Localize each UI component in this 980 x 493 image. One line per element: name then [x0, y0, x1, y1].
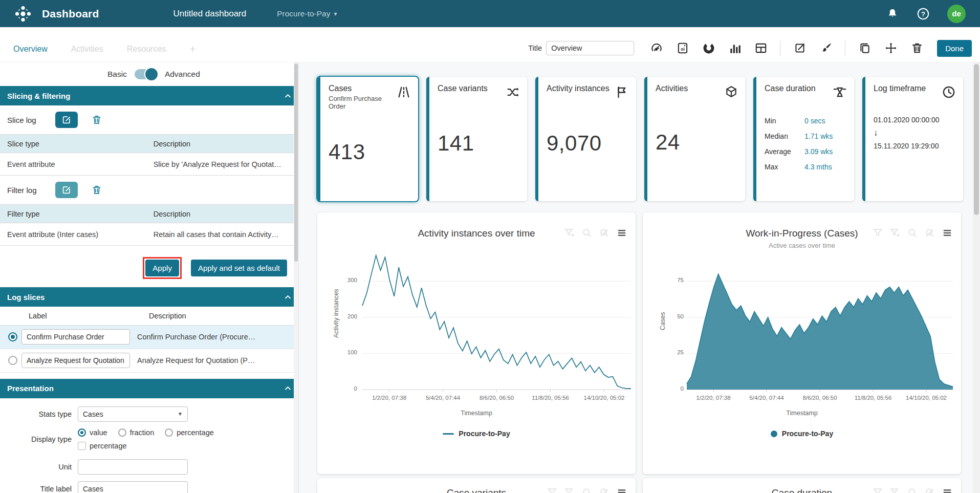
donut-chart-widget-icon[interactable]: [702, 41, 715, 55]
filter-log-delete-button[interactable]: [91, 184, 102, 196]
done-button[interactable]: Done: [937, 40, 972, 57]
tab-overview[interactable]: Overview: [13, 45, 48, 54]
stat-card-case-duration[interactable]: Case duration Min 0 secs Median 1.71 wks…: [753, 77, 854, 201]
log-slice-row[interactable]: Confirm Purchase Order (Procure…: [0, 326, 298, 349]
zoom-icon[interactable]: [906, 486, 918, 493]
stats-type-select[interactable]: Cases ▼: [78, 406, 188, 422]
plot-area[interactable]: [687, 260, 953, 390]
filter-clear-icon[interactable]: [889, 227, 901, 239]
tab-activities[interactable]: Activities: [71, 45, 103, 54]
chart-case-duration[interactable]: Case duration: [643, 478, 961, 493]
slice-type-header: Slice type: [0, 135, 146, 153]
filter-log-edit-button[interactable]: [55, 182, 78, 198]
filter-icon[interactable]: [872, 227, 883, 239]
delete-widget-icon[interactable]: [910, 41, 924, 55]
zoom-reset-icon[interactable]: [598, 486, 610, 493]
basic-advanced-toggle[interactable]: [135, 69, 157, 79]
log-slice-label-input[interactable]: [21, 353, 130, 368]
stat-card-case-variants[interactable]: Case variants 141: [426, 77, 527, 201]
filter-icon[interactable]: [872, 486, 883, 493]
table-widget-icon[interactable]: [754, 41, 768, 55]
section-title: Slicing & filtering: [7, 92, 70, 100]
duration-stat-label: Average: [765, 147, 804, 156]
menu-icon[interactable]: [616, 486, 627, 493]
zoom-reset-icon[interactable]: [924, 486, 935, 493]
svg-text:?: ?: [921, 10, 925, 18]
section-slicing-filtering[interactable]: Slicing & filtering: [0, 86, 298, 105]
page-scrollbar[interactable]: [973, 62, 980, 493]
y-axis-tick: 300: [347, 277, 357, 283]
display-value-radio[interactable]: [78, 428, 86, 437]
scrollbar-thumb[interactable]: [974, 64, 979, 215]
display-percentage-radio[interactable]: [165, 428, 173, 437]
chevron-down-icon: ▾: [334, 10, 337, 17]
toolbar-divider: [845, 40, 845, 56]
zoom-reset-icon[interactable]: [924, 227, 935, 239]
section-log-slices[interactable]: Log slices: [0, 287, 298, 307]
apply-default-button[interactable]: Apply and set as default: [191, 260, 287, 276]
filter-icon[interactable]: [546, 486, 558, 493]
section-presentation[interactable]: Presentation: [0, 379, 298, 398]
collapse-chevron-icon: [285, 94, 291, 98]
slice-log-delete-button[interactable]: [91, 114, 102, 125]
table-row[interactable]: Event attribute Slice by 'Analyze Reques…: [0, 153, 298, 176]
log-slice-radio[interactable]: [8, 332, 17, 341]
stat-card-log-timeframe[interactable]: Log timeframe 01.01.2020 00:00:00 ↓ 15.1…: [862, 77, 963, 201]
toolbar-divider: [780, 40, 780, 56]
zoom-icon[interactable]: [581, 227, 593, 239]
filter-clear-icon[interactable]: [563, 227, 575, 239]
user-avatar[interactable]: de: [947, 5, 966, 23]
move-icon[interactable]: [884, 41, 898, 55]
title-label-input[interactable]: [78, 481, 188, 493]
notifications-bell-icon[interactable]: [886, 7, 899, 20]
section-title: Presentation: [7, 384, 54, 393]
stat-card-cases[interactable]: Cases Confirm Purchase Order 413: [317, 77, 418, 201]
filter-clear-icon[interactable]: [889, 486, 901, 493]
chart-legend[interactable]: Procure-to-Pay: [317, 430, 636, 438]
scrollbar-thumb[interactable]: [294, 63, 298, 262]
chart-legend[interactable]: Procure-to-Pay: [643, 430, 961, 438]
bar-chart-widget-icon[interactable]: [728, 41, 742, 55]
export-edit-icon[interactable]: [793, 41, 807, 55]
title-label-label: Title label: [0, 485, 78, 493]
tab-resources[interactable]: Resources: [127, 45, 166, 54]
chart-work-in-progress[interactable]: Work-in-Progress (Cases) Active cases ov…: [643, 212, 961, 474]
add-tab-button[interactable]: +: [189, 43, 195, 55]
chart-activity-instances-over-time[interactable]: Activity instances over time Activity in…: [317, 212, 636, 474]
menu-icon[interactable]: [941, 486, 953, 493]
zoom-reset-icon[interactable]: [598, 227, 610, 239]
stat-card-activity-instances[interactable]: Activity instances 9,070: [535, 77, 636, 201]
basic-mode-label: Basic: [107, 70, 127, 79]
slice-log-label: Slice log: [7, 116, 42, 124]
zoom-icon[interactable]: [581, 486, 593, 493]
unit-input[interactable]: [78, 459, 188, 475]
stats-type-value: Cases: [83, 410, 103, 418]
menu-icon[interactable]: [616, 227, 627, 239]
slice-desc-header: Description: [146, 135, 298, 153]
widget-title-input[interactable]: [546, 41, 634, 55]
help-icon[interactable]: ?: [917, 7, 930, 20]
filter-clear-icon[interactable]: [563, 486, 575, 493]
log-slice-row[interactable]: Analyze Request for Quotation (P…: [0, 349, 298, 373]
plot-area[interactable]: [362, 250, 631, 390]
log-slice-radio[interactable]: [8, 356, 17, 365]
percentage-checkbox[interactable]: [78, 442, 86, 450]
log-selector-dropdown[interactable]: Procure-to-Pay ▾: [277, 9, 337, 18]
zoom-icon[interactable]: [906, 227, 918, 239]
log-slice-label-input[interactable]: [21, 329, 130, 345]
table-row[interactable]: Event attribute (Inter cases) Retain all…: [0, 223, 298, 246]
menu-icon[interactable]: [941, 227, 953, 239]
y-axis-ticks: 0100200300: [332, 250, 357, 390]
stat-card-widget-icon[interactable]: oi: [676, 41, 689, 55]
sidebar-scrollbar[interactable]: [294, 62, 298, 493]
display-fraction-radio[interactable]: [118, 428, 126, 437]
gauge-widget-icon[interactable]: [649, 41, 663, 55]
duration-stat-label: Min: [765, 117, 804, 125]
slice-log-edit-button[interactable]: [55, 112, 78, 128]
brush-icon[interactable]: [819, 41, 833, 55]
x-axis-label: Timestamp: [317, 410, 636, 417]
apply-button[interactable]: Apply: [145, 260, 179, 276]
stat-card-activities[interactable]: Activities 24: [644, 77, 745, 201]
copy-icon[interactable]: [858, 41, 872, 55]
chart-case-variants[interactable]: Case variants: [317, 478, 636, 493]
